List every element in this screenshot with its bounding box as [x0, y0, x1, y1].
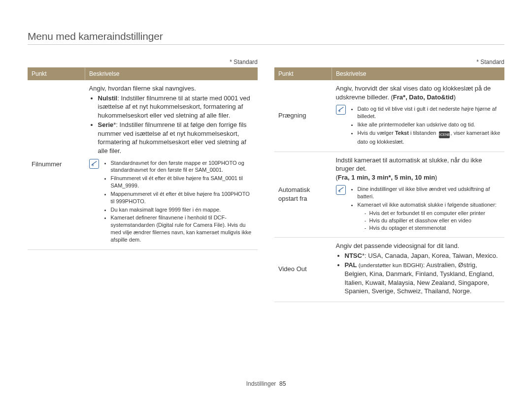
list-item: Filnummeret vil ét efter ét blive højere…: [111, 175, 254, 189]
intro-text: Angiv, hvordan filerne skal navngives.: [89, 84, 254, 93]
list-item: Kameraet definerer filnavnene i henhold …: [111, 214, 254, 243]
list-item: Ikke alle printermodeller kan udskrive d…: [358, 121, 501, 128]
header-beskrivelse: Beskrivelse: [332, 67, 505, 80]
row-description: Angiv, hvorvidt der skal vises dato og k…: [332, 80, 505, 152]
row-label: Filnummer: [28, 80, 85, 249]
option-desc: *: USA, Canada, Japan, Korea, Taiwan, Me…: [362, 252, 498, 259]
table-row: Prægning Angiv, hvorvidt der skal vises …: [274, 80, 504, 152]
intro-text: Angiv, hvorvidt der skal vises dato og k…: [336, 84, 501, 101]
document-page: Menu med kameraindstillinger * Standard …: [0, 0, 532, 401]
list-item: Mappenummeret vil ét efter ét blive høje…: [111, 190, 254, 205]
intro-text: Angiv det passende videosignal for dit l…: [336, 242, 501, 250]
page-number: 85: [279, 380, 286, 387]
option-small: (understøtter kun BDGHI): [357, 262, 423, 268]
row-label: Automatisk opstart fra: [274, 152, 332, 238]
table-row: Video Out Angiv det passende videosignal…: [274, 238, 504, 302]
header-punkt: Punkt: [274, 67, 332, 80]
list-item: Dato og tid vil blive vist i gult i det …: [358, 105, 501, 120]
note-block: Dato og tid vil blive vist i gult i det …: [336, 104, 501, 146]
note-block: Standardnavnet for den første mappe er 1…: [89, 158, 254, 245]
row-description: Indstil kameraet til automatisk at slukk…: [332, 152, 505, 238]
standard-marker: * Standard: [28, 59, 258, 65]
settings-table-left: Punkt Beskrivelse Filnummer Angiv, hvord…: [28, 67, 258, 250]
list-item: PAL (understøtter kun BDGHI): Australien…: [345, 261, 501, 295]
option-list: Nulstil: Indstiller filnumrene til at st…: [89, 94, 254, 155]
row-description: Angiv det passende videosignal for dit l…: [332, 238, 505, 302]
list-item: NTSC*: USA, Canada, Japan, Korea, Taiwan…: [345, 251, 501, 260]
option-name: Nulstil: [98, 94, 118, 102]
table-header-row: Punkt Beskrivelse: [28, 67, 258, 80]
option-name: NTSC: [345, 252, 362, 259]
note-icon: [336, 185, 346, 195]
option-name: PAL: [345, 261, 357, 269]
list-item: Kameraet vil ikke automatisk slukke i fø…: [358, 201, 501, 231]
list-item: Dine indstillinger vil ikke blive ændret…: [358, 185, 501, 200]
intro-text: Indstil kameraet til automatisk at slukk…: [336, 156, 501, 173]
options-bold: Fra, 1 min, 3 min*, 5 min, 10 min: [338, 174, 435, 181]
note-icon: [336, 105, 346, 115]
note-list: Standardnavnet for den første mappe er 1…: [103, 159, 254, 245]
standard-marker: * Standard: [274, 59, 504, 65]
settings-table-right: Punkt Beskrivelse Prægning Angiv, hvorvi…: [274, 67, 504, 302]
footer-section: Indstillinger: [246, 380, 276, 387]
list-item: Hvis du afspiller et diasshow eller en v…: [369, 217, 501, 224]
option-desc: *: Indstiller filnumrene til at følge de…: [98, 121, 247, 154]
note-list: Dine indstillinger vil ikke blive ændret…: [350, 185, 501, 232]
note-block: Dine indstillinger vil ikke blive ændret…: [336, 185, 501, 232]
list-item: Hvis det er forbundet til en computer el…: [369, 210, 501, 217]
table-row: Filnummer Angiv, hvordan filerne skal na…: [28, 80, 258, 249]
header-beskrivelse: Beskrivelse: [85, 67, 258, 80]
bold-word: Tekst: [395, 130, 409, 136]
table-row: Automatisk opstart fra Indstil kameraet …: [274, 152, 504, 238]
columns: * Standard Punkt Beskrivelse Filnummer A…: [28, 59, 504, 302]
list-item: Standardnavnet for den første mappe er 1…: [111, 159, 254, 174]
option-list: NTSC*: USA, Canada, Japan, Korea, Taiwan…: [336, 251, 501, 296]
note-icon: [89, 159, 99, 169]
scene-mode-icon: SCENE: [439, 131, 450, 138]
list-item: Serie*: Indstiller filnumrene til at føl…: [98, 121, 254, 155]
options-bold: Fra*, Dato, Dato&tid: [393, 93, 454, 101]
page-title: Menu med kameraindstillinger: [28, 31, 504, 45]
list-item: Hvis du optager et stemmenotat: [369, 224, 501, 232]
row-description: Angiv, hvordan filerne skal navngives. N…: [85, 80, 258, 249]
page-footer: Indstillinger 85: [0, 380, 532, 387]
option-desc: : Indstiller filnumrene til at starte me…: [98, 94, 250, 119]
left-column: * Standard Punkt Beskrivelse Filnummer A…: [28, 59, 258, 302]
list-item: Du kan maksimalt lagre 9999 filer i én m…: [111, 206, 254, 214]
options-line: (Fra, 1 min, 3 min*, 5 min, 10 min): [336, 173, 501, 182]
sub-list: Hvis det er forbundet til en computer el…: [365, 210, 501, 232]
header-punkt: Punkt: [28, 67, 85, 80]
right-column: * Standard Punkt Beskrivelse Prægning An…: [274, 59, 504, 302]
note-list: Dato og tid vil blive vist i gult i det …: [350, 105, 501, 146]
row-label: Video Out: [274, 238, 332, 302]
option-name: Serie: [98, 121, 114, 128]
list-item: Nulstil: Indstiller filnumrene til at st…: [98, 94, 254, 120]
list-item: Hvis du vælger Tekst i tilstanden SCENE,…: [358, 129, 501, 146]
row-label: Prægning: [274, 80, 332, 152]
table-header-row: Punkt Beskrivelse: [274, 67, 504, 80]
